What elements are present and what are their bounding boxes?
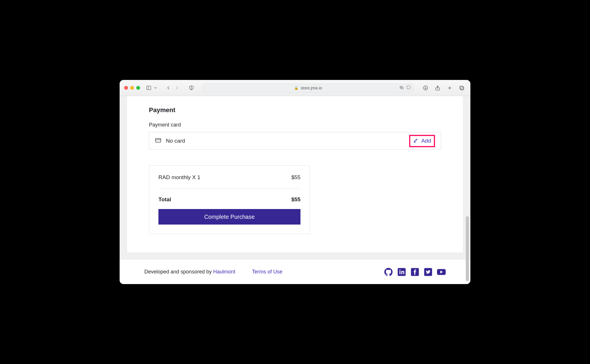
svg-rect-11 [460,86,463,89]
reload-icon[interactable] [406,85,411,91]
section-title: Payment [149,106,441,114]
add-card-label: Add [421,138,431,144]
chevron-down-icon[interactable] [153,84,158,92]
viewport: Payment Payment card No card [120,96,470,284]
scrollbar[interactable] [466,216,469,281]
minimize-window-button[interactable] [130,86,134,90]
forward-button[interactable] [173,84,181,92]
order-summary: RAD monthly X 1 $55 Total $55 Complete P… [149,165,310,234]
share-icon[interactable] [434,84,442,92]
translate-icon[interactable] [399,85,404,91]
svg-rect-4 [401,87,403,89]
credit-card-icon [155,137,161,145]
lock-icon: 🔒 [294,86,298,90]
svg-rect-10 [461,87,464,90]
order-total-price: $55 [291,196,300,203]
svg-rect-0 [147,86,151,90]
fullscreen-window-button[interactable] [136,86,140,90]
complete-purchase-button[interactable]: Complete Purchase [158,209,300,225]
address-bar[interactable]: 🔒 store.jmix.io [203,84,413,92]
window-controls [124,86,140,90]
shield-icon[interactable] [187,84,195,92]
payment-card-row: No card Add [149,132,441,150]
titlebar: 🔒 store.jmix.io [120,80,470,96]
safari-window: 🔒 store.jmix.io [120,80,470,284]
youtube-icon[interactable] [437,268,446,276]
footer: Developed and sponsored by Haulmont Term… [120,259,470,284]
sponsor-link[interactable]: Haulmont [213,269,235,275]
add-card-highlight: Add [409,135,435,147]
add-card-button[interactable]: Add [413,138,431,144]
edit-icon [413,138,418,144]
svg-rect-12 [156,138,161,142]
payment-card-value: No card [166,138,185,144]
twitter-icon[interactable] [424,268,432,276]
sponsor-prefix: Developed and sponsored by [144,269,213,275]
terms-of-use-link[interactable]: Terms of Use [252,269,282,275]
back-button[interactable] [164,84,172,92]
payment-card-label: Payment card [149,122,441,128]
order-item-label: RAD monthly X 1 [158,174,200,181]
facebook-icon[interactable] [411,268,419,276]
order-item-price: $55 [291,174,300,181]
linkedin-icon[interactable] [397,268,406,276]
downloads-icon[interactable] [422,84,430,92]
close-window-button[interactable] [124,86,128,90]
tab-overview-icon[interactable] [458,84,466,92]
new-tab-icon[interactable] [446,84,454,92]
sidebar-icon[interactable] [145,84,153,92]
divider [158,189,300,189]
address-url: store.jmix.io [301,86,322,90]
order-total-label: Total [158,196,171,203]
github-icon[interactable] [384,268,393,276]
sponsor-text: Developed and sponsored by Haulmont [144,269,235,275]
